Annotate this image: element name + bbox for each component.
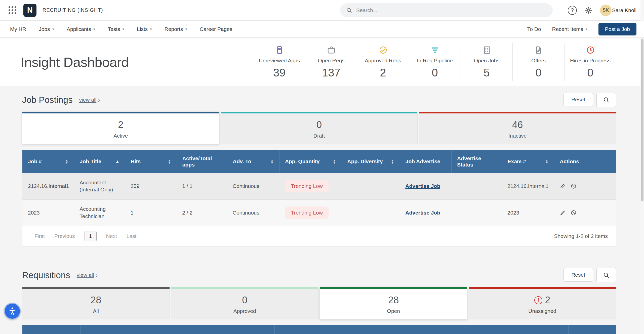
nav-label: Applicants	[67, 26, 91, 32]
global-search[interactable]	[340, 3, 553, 17]
col-date-created[interactable]: Date Created▲▼	[275, 325, 373, 334]
card-label: Unassigned	[528, 308, 556, 314]
card-label: Active	[113, 133, 128, 139]
requisitions-view-all-link[interactable]: view all ›	[77, 272, 98, 278]
col-req-number[interactable]: Req. #▲▼	[22, 325, 80, 334]
todo-label: To Do	[527, 26, 541, 32]
pagination-page-1[interactable]: 1	[85, 231, 97, 241]
neogov-logo[interactable]: N	[23, 4, 36, 17]
caret-down-icon: ▾	[185, 27, 187, 31]
card-approved[interactable]: 0 Approved	[171, 287, 319, 319]
search-input[interactable]	[356, 7, 547, 14]
chevron-right-icon: ›	[98, 97, 100, 103]
advertise-job-link[interactable]: Advertise Job	[405, 183, 440, 189]
stat-value: 0	[587, 66, 593, 79]
col-department[interactable]: Department▲▼	[180, 325, 274, 334]
stat-label: Open Jobs	[474, 58, 500, 64]
col-req-title[interactable]: Req. Title▲	[80, 325, 180, 334]
table-row: 2124.16.Internal1 Accountant (Internal O…	[22, 173, 616, 199]
job-postings-search-button[interactable]	[596, 93, 616, 107]
building-icon	[482, 45, 491, 55]
todo-link[interactable]: To Do	[527, 26, 541, 32]
search-icon	[346, 7, 352, 13]
cell-job-title: Accountant (Internal Only)	[74, 173, 125, 199]
user-menu[interactable]: SK Sara Knoll	[600, 5, 636, 16]
cell-active-total: 2 / 2	[177, 199, 227, 226]
card-unassigned[interactable]: !2 Unassigned	[469, 287, 616, 319]
settings-gear-icon[interactable]	[584, 6, 592, 14]
stat-value: 39	[273, 66, 286, 79]
stat-value: 0	[432, 66, 438, 79]
col-job-number[interactable]: Job #▲▼	[22, 150, 74, 173]
scrollbar-thumb[interactable]	[641, 39, 643, 201]
card-open[interactable]: 28 Open	[320, 287, 467, 319]
nav-label: Jobs	[39, 26, 50, 32]
nav-item-my-hr[interactable]: My HR	[10, 26, 26, 32]
stat-in-req-pipeline[interactable]: In Req Pipeline 0	[409, 43, 461, 81]
job-postings-reset-button[interactable]: Reset	[564, 93, 593, 106]
nav-item-jobs[interactable]: Jobs▾	[39, 26, 54, 32]
cell-app-quantity: Trending Low	[279, 173, 342, 199]
nav-label: Reports	[165, 26, 183, 32]
col-job-number[interactable]: Job #▲▼	[373, 325, 468, 334]
col-job-title[interactable]: Job Title▲	[74, 150, 125, 173]
nav-item-tests[interactable]: Tests▾	[108, 26, 124, 32]
help-icon[interactable]: ?	[568, 6, 577, 15]
pagination-previous[interactable]: Previous	[54, 233, 75, 239]
card-accent	[171, 287, 318, 289]
nav-item-applicants[interactable]: Applicants▾	[67, 26, 95, 32]
deactivate-ban-icon[interactable]	[570, 183, 577, 189]
col-actions: Actions	[554, 150, 616, 173]
col-interview-di[interactable]: Interview Di...▲▼	[517, 325, 568, 334]
user-name: Sara Knoll	[612, 7, 636, 13]
job-postings-table: Job #▲▼ Job Title▲ Hits▲▼ Active/Total a…	[22, 150, 616, 226]
col-active-total-apps[interactable]: Active/Total apps	[177, 150, 227, 173]
post-a-job-button[interactable]: Post a Job	[598, 23, 636, 35]
pagination-first[interactable]: First	[34, 233, 45, 239]
dashboard-stats: Unreviewed Apps 39 Open Reqs 137 Approve…	[254, 43, 616, 81]
requisitions-reset-button[interactable]: Reset	[564, 268, 593, 282]
pagination-last[interactable]: Last	[127, 233, 137, 239]
alert-exclamation-icon: !	[534, 296, 542, 304]
stat-open-jobs[interactable]: Open Jobs 5	[461, 43, 512, 81]
nav-item-lists[interactable]: Lists▾	[137, 26, 152, 32]
recent-items-link[interactable]: Recent Items▾	[552, 26, 587, 32]
col-hits[interactable]: Hits▲▼	[125, 150, 177, 173]
app-grid-icon[interactable]	[9, 6, 16, 14]
page-title: Insight Dashboard	[21, 54, 129, 70]
stat-unreviewed-apps[interactable]: Unreviewed Apps 39	[254, 43, 305, 81]
card-draft[interactable]: 0 Draft	[221, 112, 418, 144]
stat-approved-reqs[interactable]: Approved Reqs 2	[357, 43, 409, 81]
accessibility-widget-button[interactable]	[4, 303, 21, 319]
requisitions-section: Requisitions view all › Reset 28 All 0	[0, 268, 644, 334]
stat-offers[interactable]: Offers 0	[512, 43, 564, 81]
pagination-next[interactable]: Next	[106, 233, 117, 239]
deactivate-ban-icon[interactable]	[570, 210, 577, 216]
card-value: 0	[316, 119, 322, 130]
job-postings-view-all-link[interactable]: view all ›	[79, 97, 100, 103]
col-app-diversity[interactable]: App. Diversity▲▼	[342, 150, 400, 173]
nav-item-career-pages[interactable]: Career Pages	[200, 26, 232, 32]
card-active[interactable]: 2 Active	[22, 112, 219, 144]
check-circle-icon	[379, 45, 388, 55]
card-inactive[interactable]: 46 Inactive	[419, 112, 616, 144]
col-exam-number[interactable]: Exam #▲▼	[502, 150, 554, 173]
scrollbar-track	[640, 0, 644, 334]
cell-job-advertise: Advertise Job	[400, 199, 451, 226]
col-app-quantity[interactable]: App. Quantity▲▼	[279, 150, 342, 173]
stat-hires-in-progress[interactable]: Hires in Progress 0	[564, 43, 616, 81]
view-all-label: view all	[77, 272, 94, 278]
nav-item-reports[interactable]: Reports▾	[165, 26, 187, 32]
card-label: Draft	[313, 133, 325, 139]
col-adv-to[interactable]: Adv. To▲▼	[227, 150, 279, 173]
edit-pencil-icon[interactable]	[560, 183, 566, 189]
edit-pencil-icon[interactable]	[560, 210, 566, 216]
card-value: 28	[91, 295, 101, 306]
stat-open-reqs[interactable]: Open Reqs 137	[305, 43, 357, 81]
advertise-job-link[interactable]: Advertise Job	[405, 210, 440, 216]
stat-label: In Req Pipeline	[417, 58, 453, 64]
requisitions-search-button[interactable]	[596, 268, 616, 282]
stat-value: 5	[484, 66, 490, 79]
card-all[interactable]: 28 All	[22, 287, 170, 319]
caret-down-icon: ▾	[150, 27, 152, 31]
